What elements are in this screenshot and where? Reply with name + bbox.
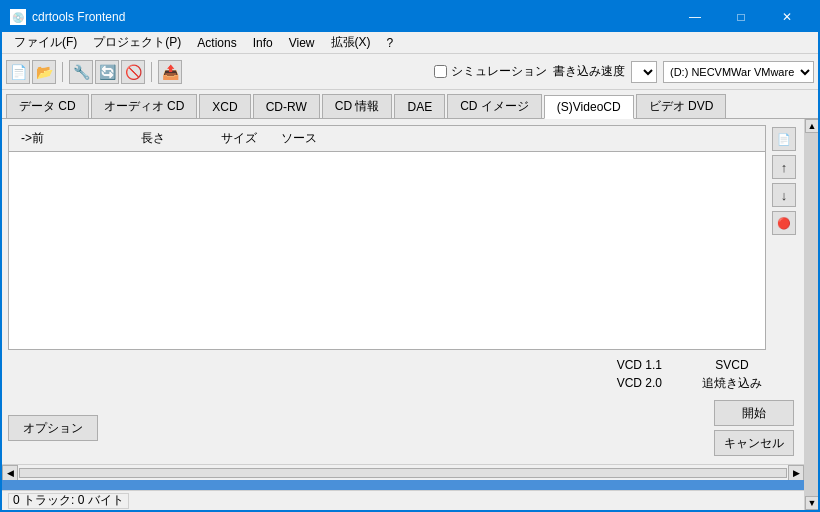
cancel-button[interactable]: キャンセル — [714, 430, 794, 456]
status-text: 0 トラック: 0 バイト — [8, 493, 129, 509]
col-size: サイズ — [213, 128, 273, 149]
vcd11-info: VCD 1.1 VCD 2.0 — [617, 356, 662, 392]
remove-button[interactable]: 🔴 — [772, 211, 796, 235]
write-speed-select[interactable] — [631, 61, 657, 83]
toolbar-btn-new[interactable]: 📄 — [6, 60, 30, 84]
simulation-label: シミュレーション — [451, 63, 547, 80]
minimize-button[interactable]: — — [672, 2, 718, 32]
track-table: ->前 長さ サイズ ソース — [8, 125, 766, 350]
v-scroll-track[interactable] — [805, 133, 818, 496]
toolbar-btn-refresh[interactable]: 🔄 — [95, 60, 119, 84]
toolbar-btn-eject[interactable]: 📤 — [158, 60, 182, 84]
write-speed-label: 書き込み速度 — [553, 63, 625, 80]
move-down-button[interactable]: ↓ — [772, 183, 796, 207]
tab-bar: データ CD オーディオ CD XCD CD-RW CD 情報 DAE CD イ… — [2, 90, 818, 119]
toolbar-separator-2 — [151, 62, 152, 82]
tab-svcd[interactable]: (S)VideoCD — [544, 95, 634, 119]
close-button[interactable]: ✕ — [764, 2, 810, 32]
menu-file[interactable]: ファイル(F) — [6, 32, 85, 54]
col-name: ->前 — [13, 128, 133, 149]
tab-cd-image[interactable]: CD イメージ — [447, 94, 542, 118]
tab-video-dvd[interactable]: ビデオ DVD — [636, 94, 727, 118]
menu-extended[interactable]: 拡張(X) — [323, 32, 379, 54]
followup-label: 追焼き込み — [702, 374, 762, 392]
bottom-controls: VCD 1.1 VCD 2.0 SVCD 追焼き込み オプション 開始 — [2, 352, 804, 464]
col-source: ソース — [273, 128, 333, 149]
menu-help[interactable]: ? — [379, 32, 402, 54]
track-table-header: ->前 長さ サイズ ソース — [9, 126, 765, 152]
toolbar-separator-1 — [62, 62, 63, 82]
vcd20-label: VCD 2.0 — [617, 374, 662, 392]
svcd-info: SVCD 追焼き込み — [702, 356, 762, 392]
toolbar-btn-cancel[interactable]: 🚫 — [121, 60, 145, 84]
add-file-button[interactable]: 📄 — [772, 127, 796, 151]
scroll-left-button[interactable]: ◀ — [2, 465, 18, 481]
scroll-right-button[interactable]: ▶ — [788, 465, 804, 481]
app-title: cdrtools Frontend — [32, 10, 125, 24]
device-select[interactable]: (D:) NECVMWar VMware — [663, 61, 814, 83]
tab-data-cd[interactable]: データ CD — [6, 94, 89, 118]
vcd11-label: VCD 1.1 — [617, 356, 662, 374]
tab-dae[interactable]: DAE — [394, 94, 445, 118]
tab-audio-cd[interactable]: オーディオ CD — [91, 94, 198, 118]
menu-bar: ファイル(F) プロジェクト(P) Actions Info View 拡張(X… — [2, 32, 818, 54]
v-scrollbar[interactable]: ▲ ▼ — [804, 119, 818, 510]
scroll-up-button[interactable]: ▲ — [805, 119, 818, 133]
menu-actions[interactable]: Actions — [189, 32, 244, 54]
start-button[interactable]: 開始 — [714, 400, 794, 426]
menu-project[interactable]: プロジェクト(P) — [85, 32, 189, 54]
option-button[interactable]: オプション — [8, 415, 98, 441]
svcd-label: SVCD — [702, 356, 762, 374]
h-scrollbar[interactable]: ◀ ▶ — [2, 464, 804, 480]
toolbar-btn-wrench[interactable]: 🔧 — [69, 60, 93, 84]
tab-xcd[interactable]: XCD — [199, 94, 250, 118]
right-action-buttons: 📄 ↑ ↓ 🔴 — [770, 125, 798, 350]
app-icon: 💿 — [10, 9, 26, 25]
progress-bar — [2, 480, 804, 490]
menu-info[interactable]: Info — [245, 32, 281, 54]
status-bar: 0 トラック: 0 バイト — [2, 490, 804, 510]
tab-cd-rw[interactable]: CD-RW — [253, 94, 320, 118]
scroll-down-button[interactable]: ▼ — [805, 496, 818, 510]
col-length: 長さ — [133, 128, 213, 149]
simulation-checkbox[interactable] — [434, 65, 447, 78]
toolbar-btn-open[interactable]: 📂 — [32, 60, 56, 84]
track-body — [9, 152, 765, 349]
move-up-button[interactable]: ↑ — [772, 155, 796, 179]
tab-cd-info[interactable]: CD 情報 — [322, 94, 393, 118]
maximize-button[interactable]: □ — [718, 2, 764, 32]
h-scroll-track[interactable] — [19, 468, 787, 478]
toolbar: 📄 📂 🔧 🔄 🚫 📤 シミュレーション 書き込み速度 (D:) NECVMWa… — [2, 54, 818, 90]
title-bar: 💿 cdrtools Frontend — □ ✕ — [2, 2, 818, 32]
menu-view[interactable]: View — [281, 32, 323, 54]
